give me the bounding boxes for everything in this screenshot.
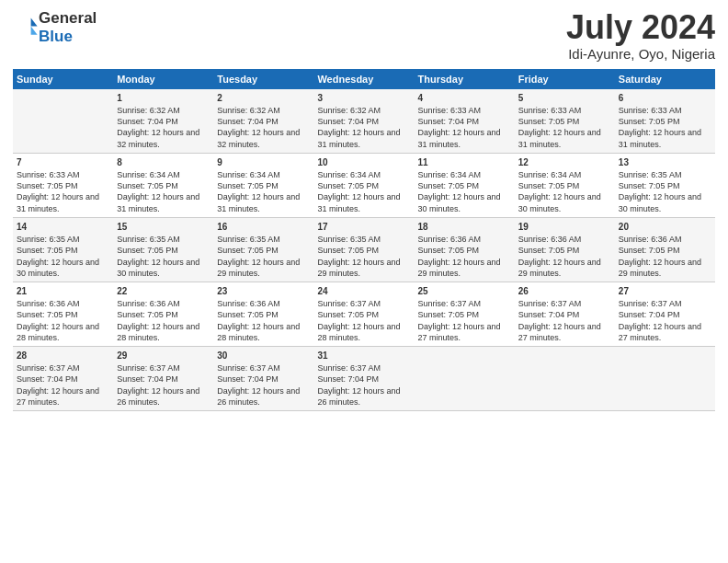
sunset: Sunset: 7:04 PM [217,117,279,126]
calendar-cell: 5Sunrise: 6:33 AMSunset: 7:05 PMDaylight… [515,89,615,154]
day-number: 29 [117,350,210,362]
calendar-cell: 13Sunrise: 6:35 AMSunset: 7:05 PMDayligh… [615,153,715,217]
daylight: Daylight: 12 hours and 26 minutes. [217,386,300,407]
daylight: Daylight: 12 hours and 28 minutes. [17,322,99,342]
svg-marker-0 [31,18,38,27]
calendar-title: July 2024 [566,9,715,46]
sunset: Sunset: 7:05 PM [317,310,379,319]
sunset: Sunset: 7:04 PM [217,374,279,384]
sunrise: Sunrise: 6:37 AM [17,363,80,373]
calendar-cell: 24Sunrise: 6:37 AMSunset: 7:05 PMDayligh… [313,282,414,346]
daylight: Daylight: 12 hours and 27 minutes. [418,322,501,342]
day-number: 1 [117,92,210,105]
sunrise: Sunrise: 6:35 AM [17,235,80,244]
daylight: Daylight: 12 hours and 26 minutes. [317,386,400,407]
daylight: Daylight: 12 hours and 29 minutes. [317,258,400,278]
day-number: 31 [317,350,410,362]
calendar-cell: 23Sunrise: 6:36 AMSunset: 7:05 PMDayligh… [213,282,313,346]
sunrise: Sunrise: 6:35 AM [317,235,381,244]
col-tuesday: Tuesday [213,69,313,89]
sunset: Sunset: 7:05 PM [17,246,78,255]
calendar-cell: 15Sunrise: 6:35 AMSunset: 7:05 PMDayligh… [113,217,213,282]
sunset: Sunset: 7:05 PM [518,181,580,190]
daylight: Daylight: 12 hours and 30 minutes. [418,192,501,213]
sunrise: Sunrise: 6:33 AM [17,170,80,179]
day-number: 14 [17,221,109,234]
calendar-cell [415,346,515,410]
calendar-cell: 10Sunrise: 6:34 AMSunset: 7:05 PMDayligh… [313,153,414,217]
daylight: Daylight: 12 hours and 29 minutes. [418,258,501,278]
sunset: Sunset: 7:05 PM [117,246,178,255]
daylight: Daylight: 12 hours and 31 minutes. [619,128,701,148]
day-number: 7 [17,156,109,169]
sunrise: Sunrise: 6:36 AM [217,299,280,308]
calendar-week-row: 28Sunrise: 6:37 AMSunset: 7:04 PMDayligh… [13,346,715,410]
day-number: 6 [619,92,711,105]
daylight: Daylight: 12 hours and 30 minutes. [17,258,99,278]
day-number: 9 [217,156,310,169]
day-number: 20 [619,221,711,234]
day-number: 13 [619,156,711,169]
day-number: 19 [518,221,611,234]
daylight: Daylight: 12 hours and 31 minutes. [518,128,601,148]
daylight: Daylight: 12 hours and 26 minutes. [117,386,199,407]
calendar-cell: 16Sunrise: 6:35 AMSunset: 7:05 PMDayligh… [213,217,313,282]
day-number: 22 [117,285,210,298]
sunrise: Sunrise: 6:37 AM [317,299,381,308]
calendar-cell: 9Sunrise: 6:34 AMSunset: 7:05 PMDaylight… [213,153,313,217]
sunset: Sunset: 7:05 PM [217,181,279,190]
sunrise: Sunrise: 6:34 AM [117,170,180,179]
day-number: 8 [117,156,210,169]
daylight: Daylight: 12 hours and 28 minutes. [317,322,400,342]
calendar-cell: 26Sunrise: 6:37 AMSunset: 7:04 PMDayligh… [515,282,615,346]
day-number: 3 [317,92,410,105]
calendar-cell [515,346,615,410]
sunrise: Sunrise: 6:37 AM [518,299,582,308]
daylight: Daylight: 12 hours and 30 minutes. [117,258,199,278]
logo-blue-text: Blue [39,28,73,45]
sunset: Sunset: 7:04 PM [17,374,78,384]
calendar-cell: 27Sunrise: 6:37 AMSunset: 7:04 PMDayligh… [615,282,715,346]
calendar-header-row: Sunday Monday Tuesday Wednesday Thursday… [13,69,715,89]
calendar-cell: 21Sunrise: 6:36 AMSunset: 7:05 PMDayligh… [13,282,113,346]
day-number: 25 [418,285,511,298]
sunset: Sunset: 7:05 PM [619,246,680,255]
calendar-cell: 17Sunrise: 6:35 AMSunset: 7:05 PMDayligh… [313,217,414,282]
daylight: Daylight: 12 hours and 29 minutes. [217,258,300,278]
sunrise: Sunrise: 6:33 AM [418,106,482,115]
day-number: 24 [317,285,410,298]
calendar-cell: 20Sunrise: 6:36 AMSunset: 7:05 PMDayligh… [615,217,715,282]
daylight: Daylight: 12 hours and 31 minutes. [317,192,400,213]
day-number: 18 [418,221,511,234]
daylight: Daylight: 12 hours and 31 minutes. [17,192,99,213]
day-number: 28 [17,350,109,362]
calendar-week-row: 1Sunrise: 6:32 AMSunset: 7:04 PMDaylight… [13,89,715,154]
day-number: 21 [17,285,109,298]
sunset: Sunset: 7:04 PM [117,117,178,126]
sunrise: Sunrise: 6:37 AM [217,363,280,373]
day-number: 2 [217,92,310,105]
sunset: Sunset: 7:05 PM [317,246,379,255]
sunset: Sunset: 7:05 PM [17,310,78,319]
calendar-cell: 4Sunrise: 6:33 AMSunset: 7:04 PMDaylight… [415,89,515,154]
sunset: Sunset: 7:04 PM [518,310,580,319]
daylight: Daylight: 12 hours and 31 minutes. [418,128,501,148]
day-number: 15 [117,221,210,234]
calendar-cell: 6Sunrise: 6:33 AMSunset: 7:05 PMDaylight… [615,89,715,154]
sunset: Sunset: 7:04 PM [619,310,680,319]
calendar-cell: 2Sunrise: 6:32 AMSunset: 7:04 PMDaylight… [213,89,313,154]
calendar-cell: 12Sunrise: 6:34 AMSunset: 7:05 PMDayligh… [515,153,615,217]
col-saturday: Saturday [615,69,715,89]
daylight: Daylight: 12 hours and 32 minutes. [117,128,199,148]
day-number: 5 [518,92,611,105]
col-sunday: Sunday [13,69,113,89]
sunrise: Sunrise: 6:37 AM [418,299,482,308]
day-number: 4 [418,92,511,105]
daylight: Daylight: 12 hours and 27 minutes. [17,386,99,407]
day-number: 12 [518,156,611,169]
calendar-week-row: 7Sunrise: 6:33 AMSunset: 7:05 PMDaylight… [13,153,715,217]
sunset: Sunset: 7:05 PM [619,117,680,126]
daylight: Daylight: 12 hours and 28 minutes. [217,322,300,342]
col-monday: Monday [113,69,213,89]
calendar-cell: 1Sunrise: 6:32 AMSunset: 7:04 PMDaylight… [113,89,213,154]
